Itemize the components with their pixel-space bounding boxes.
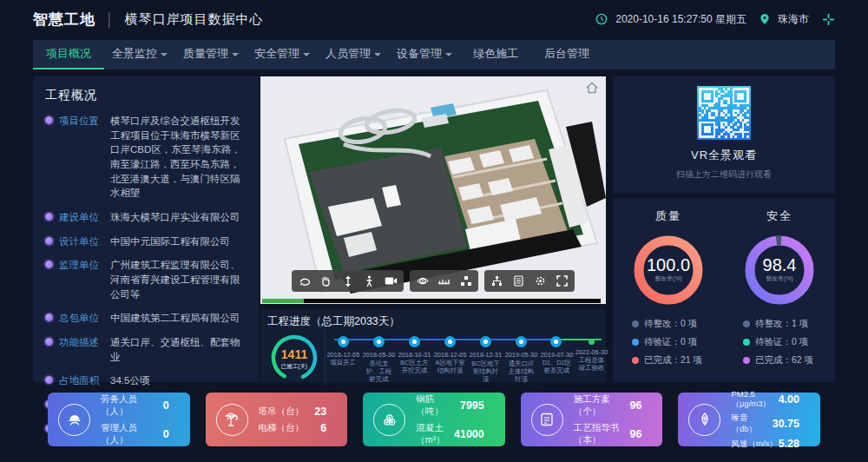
nav-bar: 项目概况 全景监控 质量管理 安全管理 人员管理 设备管理 绿色施工 后台管理 <box>33 40 835 69</box>
page-title: 横琴口岸项目数据中心 <box>124 11 263 28</box>
milestone-dot-icon <box>444 336 456 347</box>
safety-donut-chart: 98.4 整改率(%) <box>740 231 819 309</box>
tab-admin[interactable]: 后台管理 <box>531 40 602 69</box>
milestone-dot-icon <box>480 336 491 347</box>
rotate-icon[interactable] <box>293 272 315 290</box>
bullet-icon <box>45 314 53 321</box>
worker-helmet-icon <box>58 404 90 436</box>
materials-stat-card: 钢筋（吨）7995 混凝土（m³）41000 <box>363 393 505 446</box>
list-item: 监理单位广州建筑工程监理有限公司、河南省育兴建设工程管理有限公司等 <box>45 258 247 301</box>
weather-icon <box>822 13 835 26</box>
orbit-view-icon[interactable] <box>411 272 433 290</box>
construction-progress-panel: 工程进度（总工期2033天） 1411 已施工(天) 2016-12-05项目开… <box>260 309 606 382</box>
properties-panel-icon[interactable] <box>508 272 529 290</box>
legend-dot-icon <box>632 339 639 346</box>
list-item: 功能描述通关口岸、交通枢纽、配套物业 <box>45 335 247 364</box>
environment-stat-card: PM2.5（μg/m3）4.00 噪音（db）30.75 风速（m/s）5.28 <box>678 393 820 446</box>
qr-code <box>697 86 751 140</box>
panel-title: 工程概况 <box>45 88 247 103</box>
bullet-icon <box>45 376 53 384</box>
overview-list: 项目位置横琴口岸及综合交通枢纽开发工程项目位于珠海市横琴新区口岸CBD区，东至琴… <box>45 114 247 436</box>
project-overview-panel: 工程概况 项目位置横琴口岸及综合交通枢纽开发工程项目位于珠海市横琴新区口岸CBD… <box>33 76 259 382</box>
bullet-icon <box>45 213 53 221</box>
legend-item: 待验证：0 项 <box>743 336 813 348</box>
milestone-dot-icon <box>516 336 527 347</box>
legend-item: 待验证：0 项 <box>632 336 702 348</box>
tab-project-overview[interactable]: 项目概况 <box>33 40 104 69</box>
vr-panorama-panel: VR全景观看 扫描上方二维码进行观看 <box>613 76 835 193</box>
vr-title: VR全景观看 <box>691 148 757 163</box>
chevron-down-icon <box>445 53 452 56</box>
list-item: 占地面积34.5公顷 <box>45 373 247 388</box>
bullet-icon <box>45 261 53 268</box>
milestone-dot-icon <box>589 339 595 345</box>
quality-safety-panel: 质量 100.0 整改率(%) 待整改：0 项 待验证：0 项 已完成：21 项… <box>613 198 835 382</box>
pan-hand-icon[interactable] <box>315 272 337 290</box>
camera-icon[interactable] <box>380 272 402 290</box>
bim-3d-map-viewport[interactable] <box>260 76 606 304</box>
milestone: 2018-12-05A区地下室结构封顶 <box>432 333 468 385</box>
milestone: 2016-12-05项目开工 <box>326 333 361 385</box>
milestone: 2019-05-30通关口岸主体结构封顶 <box>503 333 539 385</box>
measure-icon[interactable] <box>433 272 455 290</box>
datetime-text: 2020-10-16 15:27:50 星期五 <box>615 12 746 27</box>
quality-section: 质量 100.0 整改率(%) 待整改：0 项 待验证：0 项 已完成：21 项 <box>613 198 724 382</box>
svg-text:已施工(天): 已施工(天) <box>281 363 307 370</box>
legend-dot-icon <box>743 357 750 364</box>
header: 智慧工地 │ 横琴口岸项目数据中心 2020-10-16 15:27:50 星期… <box>0 0 868 38</box>
milestone-dot-icon <box>373 336 385 347</box>
tab-green-construction[interactable]: 绿色施工 <box>460 40 531 69</box>
stat-cards-row: 劳务人员（人）0 管理人员（人）0 塔吊（台）23 电梯（台）6 钢筋（吨）79… <box>48 393 820 446</box>
city-label: 珠海市 <box>778 12 809 27</box>
tab-personnel-management[interactable]: 人员管理 <box>318 40 389 69</box>
chevron-down-icon <box>161 53 168 56</box>
tab-quality-management[interactable]: 质量管理 <box>175 40 247 69</box>
list-item: 建设单位珠海大横琴口岸实业有限公司 <box>45 210 247 225</box>
documents-stat-card: 施工方案（个）96 工艺指导书（本）96 <box>521 393 663 446</box>
dashboard: 智慧工地 │ 横琴口岸项目数据中心 2020-10-16 15:27:50 星期… <box>0 0 868 462</box>
location-pin-icon <box>760 13 770 25</box>
legend-item: 已完成：21 项 <box>632 354 702 366</box>
list-item: 项目位置横琴口岸及综合交通枢纽开发工程项目位于珠海市横琴新区口岸CBD区，东至琴… <box>45 114 247 201</box>
milestone-dot-icon <box>550 336 562 347</box>
legend-item: 待整改：1 项 <box>743 318 813 330</box>
tab-safety-management[interactable]: 安全管理 <box>247 40 318 69</box>
clock-icon <box>595 13 608 25</box>
equipment-stat-card: 塔吊（台）23 电梯（台）6 <box>206 393 348 446</box>
chevron-down-icon <box>303 53 310 56</box>
walk-mode-icon[interactable] <box>358 272 380 290</box>
fullscreen-icon[interactable] <box>551 272 573 290</box>
milestone-dot-icon <box>338 336 349 347</box>
app-logo-text: 智慧工地 <box>33 10 95 30</box>
tower-crane-icon <box>216 404 248 436</box>
document-icon <box>531 404 563 436</box>
explode-model-icon[interactable] <box>455 272 477 290</box>
safety-section: 安全 98.4 整改率(%) 待整改：1 项 待验证：0 项 已完成：62 项 <box>724 198 835 382</box>
chevron-down-icon <box>374 53 381 56</box>
model-load-progressbar <box>262 299 601 303</box>
milestone: 2018-05-30基坑支护、工程桩完成 <box>361 333 397 385</box>
chevron-down-icon <box>232 53 239 56</box>
milestone: 2019-07-30D1、D2区桩基完成 <box>539 333 575 385</box>
quality-donut-chart: 100.0 整改率(%) <box>629 231 707 309</box>
list-item: 总包单位中国建筑第二工程局有限公司 <box>45 311 247 326</box>
steel-coils-icon <box>373 404 405 436</box>
milestone-dot-icon <box>409 336 420 347</box>
progress-title: 工程进度（总工期2033天） <box>267 314 599 329</box>
legend-dot-icon <box>632 357 639 364</box>
milestone: 2022-06-30工程总体竣工验收 <box>574 333 609 385</box>
leaf-icon <box>688 404 720 436</box>
list-item: 设计单位中国中元国际工程有限公司 <box>45 234 247 249</box>
bullet-icon <box>45 116 53 124</box>
labor-stat-card: 劳务人员（人）0 管理人员（人）0 <box>48 393 190 446</box>
settings-gear-icon[interactable] <box>529 272 551 290</box>
home-view-icon[interactable] <box>585 82 599 97</box>
zoom-vertical-icon[interactable] <box>337 272 358 290</box>
tab-panorama-monitor[interactable]: 全景监控 <box>104 40 175 69</box>
legend-dot-icon <box>743 339 750 346</box>
legend-dot-icon <box>743 320 750 327</box>
bullet-icon <box>45 338 53 346</box>
structure-tree-icon[interactable] <box>486 272 508 290</box>
legend-item: 待整改：0 项 <box>632 318 702 330</box>
tab-equipment-management[interactable]: 设备管理 <box>389 40 460 69</box>
